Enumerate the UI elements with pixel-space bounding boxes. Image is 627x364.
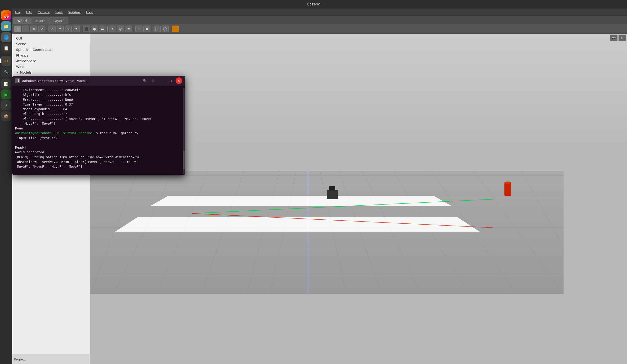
svg-rect-27 xyxy=(329,186,335,191)
term-prompt: aairobots@aairobots-QEMU-Virtual-Machine xyxy=(15,131,92,135)
properties-panel: Prope... xyxy=(12,355,90,364)
dock-files[interactable]: 📁 xyxy=(1,21,11,31)
terminal-title: aairobots@aairobots-QEMU-Virtual-Machi..… xyxy=(22,79,140,83)
tab-world[interactable]: World xyxy=(13,17,31,24)
ubuntu-dock: 🦊 📁 🌐 📋 ⚙ 🔧 📝 ▶ ⚡ 📦 xyxy=(0,8,12,364)
gazebo-window: World Insert Layers ↖ ✛ ↻ ⤢ ◁ ▼ ▷ ▼ ⬛ ● … xyxy=(12,16,627,364)
sphere-shape-btn[interactable]: ● xyxy=(91,26,98,32)
align-btn[interactable]: |← xyxy=(154,26,161,32)
menu-window[interactable]: Window xyxy=(67,10,81,14)
copy-btn[interactable]: ◻ xyxy=(135,26,142,32)
scale-tool-btn[interactable]: ⤢ xyxy=(38,26,46,32)
dock-item-9[interactable]: ⚡ xyxy=(1,100,11,110)
dock-item-3[interactable]: 🌐 xyxy=(1,32,11,42)
undo-arrow[interactable]: ▼ xyxy=(56,26,64,32)
menu-help[interactable]: Help xyxy=(85,10,94,14)
terminal-maximize-btn[interactable]: □ xyxy=(167,77,174,84)
term-line-4: Time Taken..........: 0.37 xyxy=(15,102,182,107)
terminal-icon: ▐ xyxy=(15,78,20,83)
tree-item-scene[interactable]: Scene xyxy=(12,41,90,47)
dock-item-7[interactable]: 📝 xyxy=(1,79,11,89)
terminal-scrollbar[interactable] xyxy=(183,88,185,174)
menu-edit[interactable]: Edit xyxy=(25,10,33,14)
cylinder-shape-btn[interactable]: ▬ xyxy=(99,26,106,32)
term-line-3: Error...............: None xyxy=(15,97,182,102)
menu-view[interactable]: View xyxy=(54,10,64,14)
term-line-blank xyxy=(15,140,182,145)
dock-item-6[interactable]: 🔧 xyxy=(1,67,11,77)
tree-item-atmosphere[interactable]: Atmosphere xyxy=(12,58,90,64)
tree-item-gui[interactable]: GUI xyxy=(12,36,90,41)
term-line-1: Environment.........: canWorld xyxy=(15,88,182,92)
term-prompt-path: :~$ xyxy=(92,131,100,135)
tree-item-models-label: Models xyxy=(20,70,31,74)
dock-item-10[interactable]: 📦 xyxy=(1,111,11,121)
term-line-begin: [BEGIN] Running Gazebo simulation on lin… xyxy=(15,155,182,169)
tab-layers[interactable]: Layers xyxy=(49,17,68,24)
title-bar: Gazebo xyxy=(0,0,627,8)
redo-btn[interactable]: ▷ xyxy=(65,26,72,32)
term-line-5: Nodes expanded.....: 84 xyxy=(15,107,182,111)
viewport-controls: 📷 ⚙ xyxy=(610,35,626,41)
terminal-search-btn[interactable]: 🔍 xyxy=(142,77,148,84)
terminal-body[interactable]: Environment.........: canWorld Algorithm… xyxy=(12,86,185,175)
dir-light-btn[interactable]: ≡ xyxy=(125,26,132,32)
tab-bar: World Insert Layers xyxy=(12,16,627,24)
dock-gazebo[interactable]: ⚙ xyxy=(1,56,11,66)
term-line-7: Plan................: ['MoveF', 'MoveF',… xyxy=(15,116,182,126)
term-line-world: World generated xyxy=(15,150,182,155)
camera-btn[interactable]: 📷 xyxy=(610,35,618,41)
properties-label: Prope... xyxy=(14,358,26,361)
select-tool-btn[interactable]: ↖ xyxy=(14,26,21,32)
term-line-8: Done xyxy=(15,126,182,131)
sep-6 xyxy=(170,26,170,32)
dock-item-4[interactable]: 📋 xyxy=(1,43,11,53)
spot-light-btn[interactable]: ◎ xyxy=(117,26,124,32)
sep-2 xyxy=(81,26,81,32)
rotate-tool-btn[interactable]: ↻ xyxy=(30,26,37,32)
box-shape-btn[interactable]: ⬛ xyxy=(83,26,90,32)
terminal-close-btn[interactable]: ✕ xyxy=(176,77,182,84)
point-light-btn[interactable]: ☀ xyxy=(109,26,116,32)
term-line-6: Plan Length.........: 7 xyxy=(15,111,182,116)
sep-3 xyxy=(107,26,108,32)
viewport-settings-btn[interactable]: ⚙ xyxy=(619,35,626,41)
translate-tool-btn[interactable]: ✛ xyxy=(22,26,29,32)
terminal-minimize-btn[interactable]: — xyxy=(158,77,165,84)
sep-1 xyxy=(47,26,47,32)
paste-btn[interactable]: ◼ xyxy=(143,26,151,32)
orange-btn[interactable] xyxy=(172,26,179,32)
terminal-scrollbar-thumb[interactable] xyxy=(183,151,185,169)
svg-point-29 xyxy=(504,182,511,184)
svg-marker-22 xyxy=(150,196,452,206)
terminal-menu-btn[interactable]: ☰ xyxy=(150,77,157,84)
tree-item-wind[interactable]: Wind xyxy=(12,64,90,70)
menu-camera[interactable]: Camera xyxy=(37,10,51,14)
dock-item-8[interactable]: ▶ xyxy=(1,90,11,100)
term-line-ready: Ready! xyxy=(15,145,182,150)
undo-btn[interactable]: ◁ xyxy=(49,26,55,32)
tree-item-spherical[interactable]: Spherical Coordinates xyxy=(12,47,90,52)
terminal-titlebar: ▐ aairobots@aairobots-QEMU-Virtual-Machi… xyxy=(12,76,185,86)
redo-arrow[interactable]: ▼ xyxy=(73,26,80,32)
svg-rect-26 xyxy=(327,190,338,199)
tree-item-physics[interactable]: Physics xyxy=(12,52,90,58)
menu-bar: File Edit Camera View Window Help xyxy=(12,8,627,16)
models-arrow: ▶ xyxy=(16,71,19,74)
term-line-prompt: aairobots@aairobots-QEMU-Virtual-Machine… xyxy=(15,131,182,140)
menu-file[interactable]: File xyxy=(14,10,21,14)
svg-rect-28 xyxy=(504,183,511,196)
toolbar: ↖ ✛ ↻ ⤢ ◁ ▼ ▷ ▼ ⬛ ● ▬ ☀ ◎ ≡ ◻ ◼ |← ◯ xyxy=(12,24,627,34)
sep-4 xyxy=(134,26,134,32)
window-title: Gazebo xyxy=(307,2,320,6)
tab-insert[interactable]: Insert xyxy=(31,17,49,24)
dock-firefox[interactable]: 🦊 xyxy=(1,10,11,20)
tree-item-models[interactable]: ▶ Models xyxy=(12,70,90,75)
term-line-2: Algorithm...........: bfs xyxy=(15,92,182,97)
terminal-window: ▐ aairobots@aairobots-QEMU-Virtual-Machi… xyxy=(12,76,185,175)
snap-btn[interactable]: ◯ xyxy=(161,26,169,32)
